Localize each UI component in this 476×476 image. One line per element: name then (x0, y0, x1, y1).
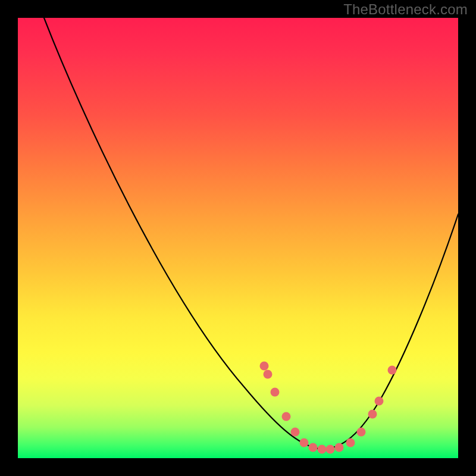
chart-frame: TheBottleneck.com (0, 0, 476, 476)
curve-marker (308, 443, 317, 452)
curve-marker (260, 361, 269, 370)
curve-marker (264, 370, 273, 379)
curve-marker (335, 443, 344, 452)
attribution-text: TheBottleneck.com (343, 1, 468, 18)
plot-area (18, 18, 458, 458)
curve-marker (282, 412, 291, 421)
curve-marker (368, 410, 377, 419)
curve-marker (317, 445, 326, 454)
curve-marker (271, 388, 280, 397)
curve-marker (300, 439, 309, 447)
curve-marker (291, 427, 300, 436)
curve-markers (18, 18, 458, 458)
curve-marker (326, 445, 335, 454)
curve-marker (346, 439, 355, 447)
curve-marker (388, 366, 397, 375)
curve-marker (374, 396, 383, 405)
curve-marker (357, 427, 366, 436)
